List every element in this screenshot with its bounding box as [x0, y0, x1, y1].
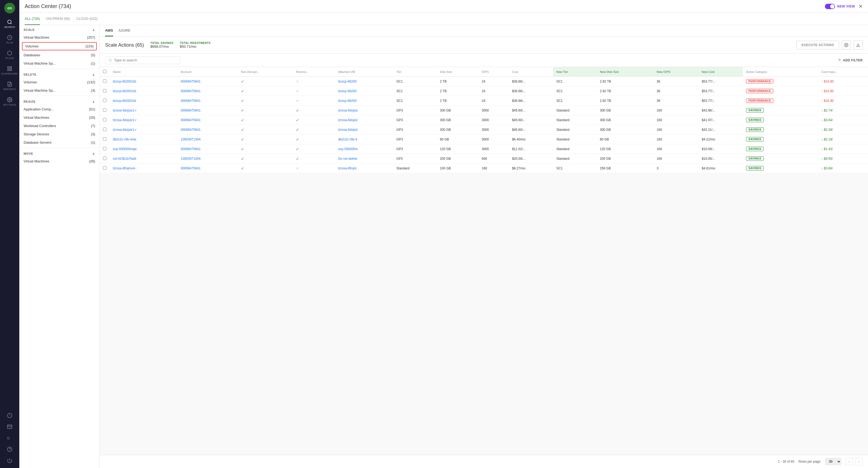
sidebar-item-help[interactable]	[7, 444, 12, 454]
row-account[interactable]: 13603971304:	[178, 154, 238, 163]
row-name[interactable]: tzrosa-6dxjxiz1-r	[110, 105, 178, 115]
svg-rect-6	[8, 69, 9, 71]
row-attached-vm[interactable]: ocp-550005m	[335, 144, 393, 154]
row-name[interactable]: tzrosa-6dxjxiz1-r	[110, 125, 178, 134]
row-checkbox[interactable]	[103, 89, 106, 92]
search-input[interactable]	[114, 58, 177, 62]
sidebar-item-plan[interactable]: PLAN	[0, 33, 19, 46]
nav-vm[interactable]: Virtual Machines (257)	[19, 33, 99, 41]
settings-icon-button[interactable]	[842, 40, 851, 50]
row-attached-vm[interactable]: itzocp-66200	[335, 96, 393, 105]
close-button[interactable]: ✕	[859, 3, 863, 9]
row-name[interactable]: tzrosa-llfmjmo4-:	[110, 163, 178, 173]
resize-chevron[interactable]: ▲	[92, 100, 95, 103]
row-checkbox[interactable]	[103, 147, 106, 150]
nav-databases[interactable]: Databases (5)	[19, 51, 99, 59]
sidebar-item-mail[interactable]	[7, 422, 12, 432]
col-disk-size: Disk Size	[437, 67, 478, 77]
row-checkbox[interactable]	[103, 118, 106, 121]
sidebar-item-settings[interactable]: SETTINGS	[0, 95, 19, 108]
row-non-disrupt: ✓	[238, 86, 293, 96]
sidebar-item-place[interactable]: PLACE	[0, 48, 19, 62]
row-action-cat: PERFORMANCE	[743, 77, 818, 86]
row-attached-vm[interactable]: tzrosa-6dxjxiz	[335, 125, 393, 134]
tab-aws[interactable]: AWS	[105, 25, 113, 36]
prev-page-button[interactable]: ‹	[845, 458, 853, 465]
execute-actions-button[interactable]: EXECUTE ACTIONS	[797, 41, 839, 49]
row-attached-vm[interactable]: itzocp-66200	[335, 77, 393, 86]
nav-del-volumes[interactable]: Volumes (132)	[19, 78, 99, 86]
row-account[interactable]: 00069475941:	[178, 125, 238, 134]
search-input-wrap[interactable]	[105, 56, 180, 64]
nav-app-comp[interactable]: Application Comp... (51)	[19, 105, 99, 114]
row-checkbox[interactable]	[103, 128, 106, 131]
col-action-cat[interactable]: Action Category	[743, 67, 818, 77]
row-checkbox[interactable]	[103, 166, 106, 170]
nav-move-vm[interactable]: Virtual Machines (26)	[19, 157, 99, 165]
app-logo[interactable]: on	[4, 3, 15, 13]
download-icon-button[interactable]	[854, 40, 863, 50]
section-scale-header: SCALE ▲	[19, 25, 99, 33]
nav-del-vm-sp[interactable]: Virtual Machine Sp... (3)	[19, 86, 99, 95]
nav-res-vm[interactable]: Virtual Machines (20)	[19, 114, 99, 122]
row-name[interactable]: itzocp-662001td:	[110, 96, 178, 105]
row-attached-vm[interactable]: Do not delete	[335, 154, 393, 163]
nav-db-servers[interactable]: Database Servers (1)	[19, 138, 99, 147]
col-reversi[interactable]: Reversi...	[293, 67, 335, 77]
row-attached-vm[interactable]: tzrosa-llfmjm:	[335, 163, 393, 173]
row-account[interactable]: 13603971304:	[178, 134, 238, 144]
left-panel: SCALE ▲ Virtual Machines (257) Volumes (…	[19, 25, 100, 468]
row-checkbox[interactable]	[103, 99, 106, 102]
nav-volumes-selected[interactable]: Volumes (224)	[22, 42, 97, 51]
toggle-switch[interactable]	[825, 4, 835, 9]
row-account[interactable]: 00069475941:	[178, 86, 238, 96]
row-account[interactable]: 00069475941:	[178, 163, 238, 173]
sidebar-item-reports[interactable]: REPORTS	[0, 79, 19, 93]
add-filter-button[interactable]: ADD FILTER	[838, 58, 863, 62]
row-account[interactable]: 00069475941:	[178, 144, 238, 154]
nav-wl-ctrl[interactable]: Workload Controllers (7)	[19, 122, 99, 130]
row-name[interactable]: db2c2c-r5b-4xla:	[110, 134, 178, 144]
next-page-button[interactable]: ›	[855, 458, 863, 465]
tab-on-prem[interactable]: ON-PREM (56)	[46, 13, 70, 25]
row-name[interactable]: tzrosa-6dxjxiz1-r	[110, 115, 178, 125]
row-attached-vm[interactable]: itzocp-66200	[335, 86, 393, 96]
sidebar-item-dashboard[interactable]: DASHBOARD	[0, 64, 19, 77]
row-name[interactable]: vol-023b1b7ba9:	[110, 154, 178, 163]
row-checkbox[interactable]	[103, 137, 106, 141]
row-name[interactable]: ocp-550005mqw	[110, 144, 178, 154]
col-non-disrupt[interactable]: Non-Disrupt...	[238, 67, 293, 77]
delete-chevron[interactable]: ▲	[92, 73, 95, 76]
tab-azure[interactable]: AZURE	[119, 25, 130, 36]
row-name[interactable]: itzocp-662001td:	[110, 86, 178, 96]
row-cost-impact: ↓ $1.43/	[818, 144, 868, 154]
nav-storage-label: Storage Devices	[24, 132, 49, 136]
row-account[interactable]: 00069475941:	[178, 77, 238, 86]
select-all-checkbox[interactable]	[103, 70, 106, 73]
row-checkbox[interactable]	[103, 157, 106, 160]
row-account[interactable]: 00069475941:	[178, 115, 238, 125]
row-attached-vm[interactable]: tzrosa-6dxjxiz	[335, 105, 393, 115]
scale-chevron[interactable]: ▲	[92, 28, 95, 32]
tab-cloud[interactable]: CLOUD (622)	[76, 13, 98, 25]
tab-all[interactable]: ALL (734)	[25, 13, 40, 25]
row-checkbox[interactable]	[103, 108, 106, 112]
rows-per-page-select[interactable]: 30 50 100	[826, 458, 841, 465]
sidebar-item-info[interactable]	[7, 411, 12, 420]
move-chevron[interactable]: ▲	[92, 152, 95, 155]
filter-icon	[838, 58, 841, 62]
nav-storage[interactable]: Storage Devices (3)	[19, 130, 99, 138]
sidebar-item-google[interactable]: G	[7, 433, 12, 443]
row-attached-vm[interactable]: db2c2c-r5b-4	[335, 134, 393, 144]
row-reversi: ✓	[293, 154, 335, 163]
new-view-toggle[interactable]: NEW VIEW	[825, 4, 855, 9]
nav-vm-sp[interactable]: Virtual Machine Sp... (1)	[19, 59, 99, 67]
row-new-iops: 160	[654, 115, 699, 125]
row-attached-vm[interactable]: tzrosa-6dxjxiz	[335, 115, 393, 125]
sidebar-item-search[interactable]: SEARCH	[0, 17, 19, 31]
row-name[interactable]: itzocp-662001td:	[110, 77, 178, 86]
row-account[interactable]: 00069475941:	[178, 96, 238, 105]
sidebar-item-power[interactable]	[7, 456, 12, 465]
row-checkbox[interactable]	[103, 79, 106, 83]
row-account[interactable]: 00069475941:	[178, 105, 238, 115]
